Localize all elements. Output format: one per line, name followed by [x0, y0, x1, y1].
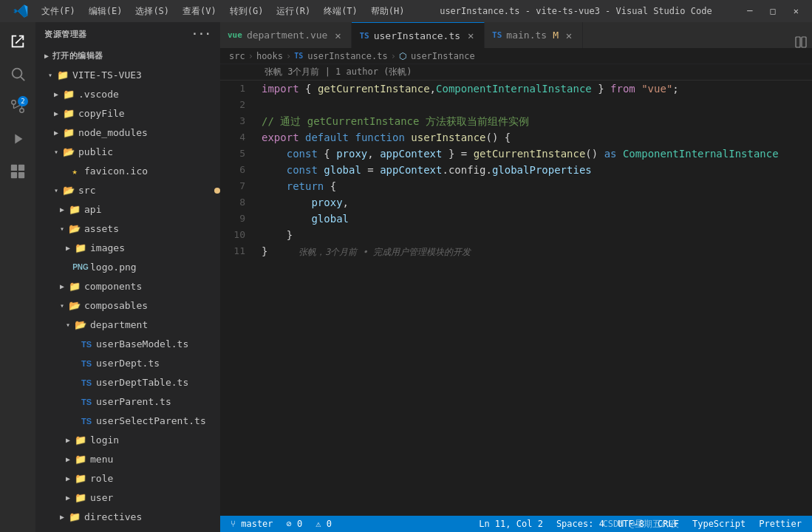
tree-item-src[interactable]: ▾📂src: [35, 181, 220, 200]
line-content-11[interactable]: } 张帆，3个月前 • 完成用户管理模块的开发: [257, 243, 812, 260]
line-content-2[interactable]: [257, 97, 812, 113]
tree-item--vscode[interactable]: ▶📁.vscode: [35, 85, 220, 104]
line-content-10[interactable]: }: [257, 227, 812, 243]
token: ,: [343, 197, 349, 208]
search-activity-icon[interactable]: [4, 61, 31, 87]
code-line-7: 7 return {: [220, 178, 812, 194]
tree-item-api[interactable]: ▶📁api: [35, 200, 220, 219]
chevron-right-icon: ▶: [62, 492, 74, 504]
tree-item-label: role: [90, 471, 220, 487]
breadcrumb-file[interactable]: userInstance.ts: [307, 51, 387, 61]
folder-open-icon: 📂: [68, 299, 81, 313]
editor-layout-icon[interactable]: [790, 36, 812, 48]
tree-item-label: logo.png: [90, 259, 220, 276]
tree-item-userBaseModel-ts[interactable]: ▾TSuserBaseModel.ts: [35, 335, 220, 354]
tree-item-logo-png[interactable]: ▾PNGlogo.png: [35, 258, 220, 277]
tree-item-label: copyFile: [78, 106, 220, 122]
tree-item-menu[interactable]: ▶📁menu: [35, 450, 220, 469]
menu-select[interactable]: 选择(S): [129, 4, 175, 19]
blame-line: 张帆 3个月前 | 1 author (张帆): [220, 64, 812, 81]
line-content-6[interactable]: const global = appContext.config.globalP…: [257, 162, 812, 178]
token: {: [318, 148, 336, 160]
line-content-8[interactable]: proxy,: [257, 194, 812, 211]
tree-item-images[interactable]: ▶📁images: [35, 239, 220, 258]
tree-item-login[interactable]: ▶📁login: [35, 431, 220, 450]
source-control-activity-icon[interactable]: 2: [4, 93, 31, 120]
tree-item-directives[interactable]: ▶📁directives: [35, 508, 220, 527]
folder-icon: 📁: [74, 472, 87, 485]
breadcrumb-symbol[interactable]: userInstance: [411, 51, 475, 61]
menu-goto[interactable]: 转到(G): [224, 4, 270, 19]
minimize-button[interactable]: ─: [741, 6, 758, 16]
close-tab-department-vue[interactable]: ✕: [332, 30, 344, 41]
code-editor[interactable]: 1import { getCurrentInstance,ComponentIn…: [220, 81, 812, 516]
source-control-badge: 2: [18, 96, 28, 106]
maximize-button[interactable]: □: [765, 6, 782, 16]
tree-item-user[interactable]: ▶📁user: [35, 488, 220, 508]
line-content-5[interactable]: const { proxy, appContext } = getCurrent…: [257, 146, 812, 162]
tree-item-role[interactable]: ▶📁role: [35, 469, 220, 488]
tree-item-node_modules[interactable]: ▶📁node_modules: [35, 123, 220, 143]
tab-main-ts[interactable]: TS main.ts M ✕: [485, 22, 583, 48]
tree-item-department[interactable]: ▾📂department: [35, 316, 220, 335]
tree-item-userDept-ts[interactable]: ▾TSuserDept.ts: [35, 354, 220, 373]
token: () {: [486, 132, 511, 143]
tree-item-composables[interactable]: ▾📂composables: [35, 296, 220, 316]
modified-indicator: [214, 188, 220, 194]
tree-item-public[interactable]: ▾📂public: [35, 143, 220, 162]
menu-help[interactable]: 帮助(H): [365, 4, 411, 19]
line-content-7[interactable]: return {: [257, 178, 812, 194]
tree-item-assets[interactable]: ▾📂assets: [35, 219, 220, 239]
menu-run[interactable]: 运行(R): [270, 4, 316, 19]
status-left: ⑂ master ⊘ 0 ⚠ 0: [228, 519, 335, 529]
tree-item-label: composables: [84, 298, 220, 314]
formatter[interactable]: Prettier: [756, 519, 805, 529]
chevron-right-icon: ▶: [62, 473, 74, 485]
menu-file[interactable]: 文件(F): [35, 4, 81, 19]
extensions-activity-icon[interactable]: [4, 158, 31, 185]
breadcrumb-src[interactable]: src: [229, 51, 245, 61]
menu-terminal[interactable]: 终端(T): [318, 4, 364, 19]
tab-user-instance-ts[interactable]: TS userInstance.ts ✕: [352, 22, 485, 48]
error-count[interactable]: ⊘ 0: [284, 519, 306, 529]
line-content-1[interactable]: import { getCurrentInstance,ComponentInt…: [257, 81, 812, 97]
tree-item-userParent-ts[interactable]: ▾TSuserParent.ts: [35, 392, 220, 412]
git-branch[interactable]: ⑂ master: [228, 519, 276, 529]
open-editors-section[interactable]: ▶ 打开的编辑器: [35, 46, 220, 66]
cursor-position[interactable]: Ln 11, Col 2: [476, 519, 546, 529]
status-bar: ⑂ master ⊘ 0 ⚠ 0 CSDN @星期五の夜 Ln 11, Col …: [220, 516, 812, 532]
ts-icon-active: TS: [359, 31, 369, 41]
close-tab-user-instance-ts[interactable]: ✕: [465, 30, 477, 41]
tree-item-copyFile[interactable]: ▶📁copyFile: [35, 104, 220, 123]
token: "vue": [635, 83, 673, 95]
tree-item-label: userDeptTable.ts: [96, 375, 220, 391]
project-root[interactable]: ▾ 📁 VITE-TS-VUE3: [35, 66, 220, 85]
spaces[interactable]: Spaces: 4: [553, 519, 607, 529]
line-content-3[interactable]: // 通过 getCurrentInstance 方法获取当前组件实例: [257, 113, 812, 129]
menu-edit[interactable]: 编辑(E): [83, 4, 129, 19]
sidebar-more-icon[interactable]: ···: [191, 28, 211, 40]
tab-department-vue[interactable]: vue department.vue ✕: [220, 22, 352, 48]
tree-item-userDeptTable-ts[interactable]: ▾TSuserDeptTable.ts: [35, 373, 220, 392]
code-line-9: 9 global: [220, 211, 812, 227]
run-debug-activity-icon[interactable]: [4, 126, 31, 152]
explorer-activity-icon[interactable]: [4, 28, 31, 55]
line-content-4[interactable]: export default function userInstance() {: [257, 129, 812, 146]
close-tab-main-ts[interactable]: ✕: [563, 30, 575, 41]
tree-item-label: public: [78, 144, 220, 160]
token: return: [287, 180, 324, 192]
tree-item-hooks[interactable]: ▾📂hooks: [35, 527, 220, 532]
warning-count[interactable]: ⚠ 0: [313, 519, 335, 529]
language-mode[interactable]: TypeScript: [689, 519, 748, 529]
tree-item-favicon-ico[interactable]: ▾★favicon.ico: [35, 162, 220, 181]
tree-item-userSelectParent-ts[interactable]: ▾TSuserSelectParent.ts: [35, 412, 220, 431]
png-file-icon: PNG: [74, 261, 87, 274]
tree-item-components[interactable]: ▶📁components: [35, 277, 220, 296]
menu-view[interactable]: 查看(V): [177, 4, 222, 19]
svg-point-0: [13, 69, 22, 78]
breadcrumb-hooks[interactable]: hooks: [256, 51, 283, 61]
line-content-9[interactable]: global: [257, 211, 812, 227]
close-button[interactable]: ✕: [788, 6, 805, 16]
folder-icon: 📁: [62, 126, 75, 140]
token: userInstance: [411, 132, 485, 143]
